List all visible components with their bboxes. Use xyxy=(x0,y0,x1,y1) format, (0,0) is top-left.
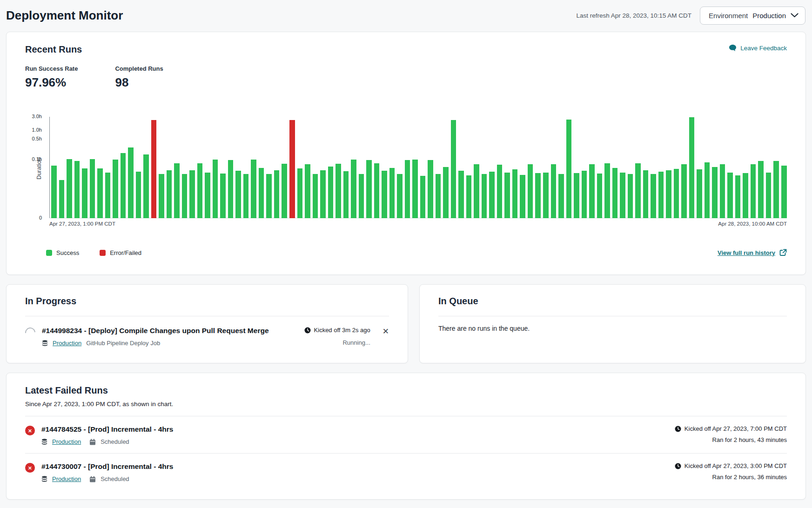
chart-bar-success[interactable] xyxy=(359,174,364,218)
chart-bar-success[interactable] xyxy=(336,164,341,218)
chart-bar-success[interactable] xyxy=(658,172,664,218)
chart-bar-success[interactable] xyxy=(697,169,702,218)
leave-feedback-link[interactable]: Leave Feedback xyxy=(729,44,787,52)
chart-bar-success[interactable] xyxy=(497,165,503,218)
chart-bar-success[interactable] xyxy=(758,161,764,218)
chart-bar-success[interactable] xyxy=(274,170,280,218)
chart-bar-success[interactable] xyxy=(105,173,111,218)
chart-bar-success[interactable] xyxy=(735,175,741,218)
chart-bar-success[interactable] xyxy=(343,171,349,218)
chart-bar-success[interactable] xyxy=(666,170,671,218)
chart-bar-success[interactable] xyxy=(259,168,264,218)
chart-bar-success[interactable] xyxy=(773,161,779,218)
chart-bar-success[interactable] xyxy=(635,163,641,218)
chart-bar-success[interactable] xyxy=(328,167,334,218)
chart-bar-success[interactable] xyxy=(781,166,787,218)
chart-bar-success[interactable] xyxy=(143,154,149,218)
chart-bar-success[interactable] xyxy=(59,180,65,218)
chart-bar-success[interactable] xyxy=(136,172,141,218)
chart-bar-success[interactable] xyxy=(74,161,80,218)
chart-bar-success[interactable] xyxy=(620,173,625,218)
chart-bar-success[interactable] xyxy=(313,174,318,218)
chart-bar-success[interactable] xyxy=(174,163,180,218)
chart-bar-success[interactable] xyxy=(220,174,226,218)
chart-bar-success[interactable] xyxy=(458,171,464,218)
chart-bar-success[interactable] xyxy=(743,173,748,218)
chart-bar-success[interactable] xyxy=(482,174,487,218)
chart-bar-success[interactable] xyxy=(67,159,72,218)
chart-bar-failed[interactable] xyxy=(289,120,295,218)
chart-bar-success[interactable] xyxy=(282,164,287,218)
chart-bar-failed[interactable] xyxy=(151,120,157,218)
chart-bar-success[interactable] xyxy=(489,172,495,218)
chart-bar-success[interactable] xyxy=(604,163,610,218)
chart-bar-success[interactable] xyxy=(543,173,549,218)
chart-bar-success[interactable] xyxy=(535,173,541,218)
chart-bar-success[interactable] xyxy=(382,171,387,218)
chart-bar-success[interactable] xyxy=(597,174,603,218)
chart-bar-success[interactable] xyxy=(566,120,572,218)
view-full-run-history-link[interactable]: View full run history xyxy=(718,249,787,256)
chart-bar-success[interactable] xyxy=(420,176,426,218)
failed-run-environment-link[interactable]: Production xyxy=(52,475,81,482)
chart-bar-success[interactable] xyxy=(351,160,356,218)
chart-bar-success[interactable] xyxy=(551,164,557,218)
chart-bar-success[interactable] xyxy=(681,164,687,218)
chart-bar-success[interactable] xyxy=(766,173,772,218)
chart-bar-success[interactable] xyxy=(751,164,756,218)
chart-bar-success[interactable] xyxy=(366,160,372,218)
chart-bar-success[interactable] xyxy=(612,168,618,218)
chart-bar-success[interactable] xyxy=(451,120,456,218)
chart-bar-success[interactable] xyxy=(182,174,188,218)
chart-bar-success[interactable] xyxy=(397,174,403,218)
chart-bar-success[interactable] xyxy=(589,164,595,218)
chart-bar-success[interactable] xyxy=(720,164,725,218)
chart-bar-success[interactable] xyxy=(528,164,533,218)
chart-bar-success[interactable] xyxy=(558,174,564,218)
close-icon[interactable]: ✕ xyxy=(383,328,389,335)
chart-bar-success[interactable] xyxy=(205,173,210,218)
chart-bar-success[interactable] xyxy=(466,175,472,218)
chart-bar-success[interactable] xyxy=(628,174,633,218)
chart-bar-success[interactable] xyxy=(436,174,441,218)
chart-bar-success[interactable] xyxy=(90,159,95,218)
chart-bar-success[interactable] xyxy=(121,153,126,218)
chart-bar-success[interactable] xyxy=(689,117,695,218)
chart-bar-success[interactable] xyxy=(305,164,310,218)
chart-bar-success[interactable] xyxy=(320,170,326,218)
chart-bar-success[interactable] xyxy=(705,162,710,218)
chart-bar-success[interactable] xyxy=(128,147,134,218)
in-progress-environment-link[interactable]: Production xyxy=(53,340,81,347)
chart-bar-success[interactable] xyxy=(405,160,410,218)
chart-bar-success[interactable] xyxy=(374,163,380,218)
failed-run-environment-link[interactable]: Production xyxy=(52,438,81,445)
chart-bar-success[interactable] xyxy=(251,160,256,218)
chart-bar-success[interactable] xyxy=(97,168,103,218)
chart-bar-success[interactable] xyxy=(504,173,510,218)
chart-bar-success[interactable] xyxy=(167,170,172,218)
chart-bar-success[interactable] xyxy=(443,167,449,218)
chart-bar-success[interactable] xyxy=(235,171,241,218)
chart-bar-success[interactable] xyxy=(582,171,587,218)
environment-dropdown[interactable]: Environment Production xyxy=(700,7,805,25)
chart-bar-success[interactable] xyxy=(82,168,87,218)
chart-bar-success[interactable] xyxy=(51,166,57,218)
chart-bar-success[interactable] xyxy=(197,163,203,218)
chart-bar-success[interactable] xyxy=(113,160,118,218)
chart-bar-success[interactable] xyxy=(189,170,195,218)
chart-bar-success[interactable] xyxy=(412,160,418,218)
chart-bar-success[interactable] xyxy=(674,169,679,218)
chart-bar-success[interactable] xyxy=(651,174,656,218)
chart-bar-success[interactable] xyxy=(428,160,433,218)
chart-bar-success[interactable] xyxy=(159,174,164,218)
chart-bar-success[interactable] xyxy=(727,173,733,218)
chart-bar-success[interactable] xyxy=(512,169,518,218)
chart-bar-success[interactable] xyxy=(213,160,218,218)
chart-bar-success[interactable] xyxy=(266,174,272,218)
chart-bar-success[interactable] xyxy=(474,164,479,218)
chart-bar-success[interactable] xyxy=(297,168,303,218)
chart-bar-success[interactable] xyxy=(520,175,525,218)
chart-bar-success[interactable] xyxy=(243,174,249,218)
chart-bar-success[interactable] xyxy=(228,160,234,218)
chart-bar-success[interactable] xyxy=(712,167,718,218)
